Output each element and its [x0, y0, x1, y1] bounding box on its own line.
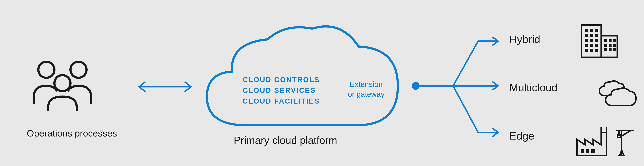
svg-rect-30	[609, 48, 612, 51]
svg-rect-35	[586, 149, 589, 152]
cloud-architecture-diagram: Operations processes CLOUD CONTROLS CLOU…	[0, 0, 644, 166]
svg-rect-9	[590, 29, 593, 32]
operations-label: Operations processes	[27, 128, 117, 139]
svg-rect-19	[595, 44, 598, 47]
branch-arrows	[410, 27, 505, 146]
svg-rect-36	[591, 149, 594, 152]
operations-people-icon	[30, 57, 94, 113]
svg-rect-15	[590, 39, 593, 42]
svg-rect-23	[604, 39, 607, 42]
svg-rect-28	[613, 44, 616, 47]
edge-label: Edge	[509, 130, 534, 142]
svg-rect-22	[595, 49, 598, 52]
cloud-facilities-text: CLOUD FACILITIES	[242, 96, 320, 106]
svg-rect-13	[595, 34, 598, 37]
svg-rect-17	[585, 44, 588, 47]
cloud-services-text: CLOUD SERVICES	[242, 85, 320, 96]
svg-line-39	[622, 131, 630, 136]
buildings-icon	[580, 23, 621, 60]
svg-rect-18	[590, 44, 593, 47]
svg-point-1	[70, 62, 86, 78]
clouds-icon	[596, 79, 637, 108]
svg-rect-14	[585, 39, 588, 42]
svg-rect-10	[595, 29, 598, 32]
svg-point-0	[38, 62, 54, 78]
svg-point-2	[54, 75, 70, 91]
svg-rect-12	[590, 34, 593, 37]
cloud-platform-label: Primary cloud platform	[234, 134, 337, 146]
svg-rect-34	[581, 149, 584, 152]
svg-rect-8	[585, 29, 588, 32]
svg-rect-11	[585, 34, 588, 37]
hybrid-label: Hybrid	[509, 33, 540, 45]
extension-line1: Extension	[348, 79, 384, 90]
svg-rect-20	[585, 49, 588, 52]
svg-rect-25	[613, 39, 616, 42]
factory-crane-icon	[575, 125, 636, 158]
svg-rect-21	[590, 49, 593, 52]
svg-rect-31	[613, 48, 616, 51]
svg-rect-29	[604, 48, 607, 51]
cloud-extension-text: Extension or gateway	[348, 79, 384, 99]
cloud-controls-text: CLOUD CONTROLS	[242, 74, 320, 85]
svg-rect-16	[595, 39, 598, 42]
extension-line2: or gateway	[348, 90, 384, 99]
svg-rect-26	[604, 44, 607, 47]
multicloud-label: Multicloud	[509, 81, 558, 94]
svg-rect-41	[618, 135, 621, 138]
cloud-features-text: CLOUD CONTROLS CLOUD SERVICES CLOUD FACI…	[242, 74, 320, 106]
svg-rect-27	[609, 44, 612, 47]
bidirectional-arrow-icon	[136, 79, 194, 95]
svg-rect-24	[609, 39, 612, 42]
